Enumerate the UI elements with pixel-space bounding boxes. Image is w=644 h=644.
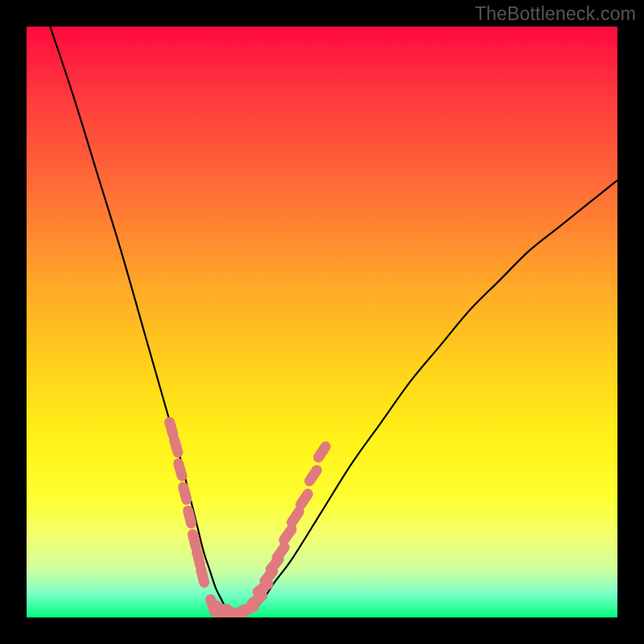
curve-marker bbox=[175, 440, 178, 452]
curve-marker bbox=[310, 470, 317, 481]
curve-svg bbox=[27, 27, 617, 617]
curve-marker bbox=[193, 535, 196, 547]
curve-marker bbox=[188, 510, 192, 523]
curve-marker bbox=[284, 530, 291, 540]
curve-marker bbox=[184, 487, 187, 499]
bottleneck-curve-path bbox=[50, 27, 617, 617]
plot-area bbox=[27, 27, 617, 617]
curve-marker bbox=[301, 494, 308, 505]
curve-marker bbox=[197, 552, 200, 565]
marker-group bbox=[170, 422, 326, 617]
curve-marker bbox=[319, 447, 326, 457]
curve-marker bbox=[252, 596, 262, 604]
curve-marker bbox=[201, 570, 204, 583]
curve-marker bbox=[170, 422, 173, 434]
watermark-text: TheBottleneck.com bbox=[475, 3, 636, 25]
curve-marker bbox=[277, 547, 284, 558]
chart-frame: TheBottleneck.com bbox=[0, 0, 644, 644]
curve-marker bbox=[292, 512, 299, 522]
curve-marker bbox=[179, 464, 182, 476]
